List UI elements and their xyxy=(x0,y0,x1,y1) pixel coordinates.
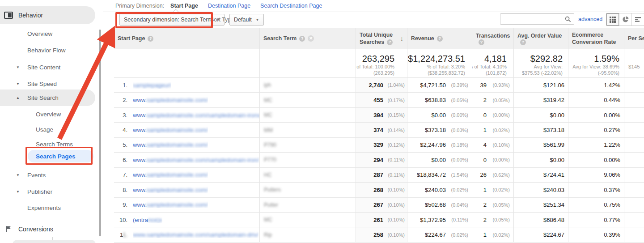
sidebar-item-search-terms[interactable]: Search Terms xyxy=(0,138,73,150)
remove-secondary-dimension-icon[interactable]: ✕ xyxy=(308,35,314,42)
ecommerce-conversion-rate-cell: 0.27% xyxy=(568,123,624,137)
ecommerce-conversion-rate-cell: 0.37% xyxy=(568,183,624,197)
column-header-search-term[interactable]: Search Term?✕ xyxy=(259,28,356,49)
revenue-cell: $18,834.72(1.54%) xyxy=(407,168,472,182)
total-unique-searches-cell: 267(0.10%) xyxy=(356,198,407,212)
search-term-cell: Rip xyxy=(259,227,356,242)
sidebar-item-events[interactable]: ▼Events xyxy=(0,169,46,181)
row-number: 2. xyxy=(114,97,127,103)
column-header-ecommerce-conversion-rate[interactable]: Ecommerce Conversion Rate xyxy=(568,28,624,49)
ecommerce-conversion-rate-cell: 0.00% xyxy=(568,153,624,167)
table-view-button[interactable] xyxy=(606,13,619,26)
per-search-value-cell xyxy=(624,227,644,242)
revenue-cell: $638.83(0.05%) xyxy=(407,93,472,107)
sidebar-item-site-content[interactable]: ▼Site Content xyxy=(0,61,60,73)
start-page-link[interactable]: www.sampledomainsite.com/sampledomain-ir… xyxy=(133,157,259,163)
transactions-cell: 0(0.00%) xyxy=(472,108,513,122)
tab-start-page[interactable]: Start Page xyxy=(170,3,198,9)
revenue-cell: $224.67(0.02%) xyxy=(407,227,472,242)
blurred-url: sampledomainsite.com/ xyxy=(147,171,208,178)
column-header-per-search-value[interactable]: Per Sea xyxy=(624,28,644,49)
start-page-link[interactable]: www.sampledomainsite.com/sampledomain-dr… xyxy=(133,231,258,238)
blurred-url: www.sampledomainsite.com/sampledomain-dr… xyxy=(133,231,258,238)
chevron-down-icon: ▼ xyxy=(16,190,20,194)
start-page-link[interactable]: www.sampledomainsite.com/ xyxy=(133,187,208,193)
avg-order-value-cell: $724.41 xyxy=(513,168,568,182)
blurred-url: sampledomainsite.com/ xyxy=(147,127,208,133)
help-icon[interactable]: ? xyxy=(387,39,393,45)
row-number: 11. xyxy=(114,231,127,238)
help-icon[interactable]: ? xyxy=(437,36,443,42)
start-page-link[interactable]: www.sampledomainsite.com/ xyxy=(133,201,208,208)
avg-order-value-cell: $251.34 xyxy=(513,198,568,212)
search-term-cell: P790 xyxy=(259,138,356,152)
help-icon[interactable]: ? xyxy=(520,39,526,45)
sidebar-item-site-search[interactable]: ▲Site Search xyxy=(0,92,59,103)
column-header-avg-order-value[interactable]: Avg. Order Value ? xyxy=(513,28,568,49)
sidebar-item-experiments[interactable]: Experiments xyxy=(0,202,61,213)
per-search-value-cell xyxy=(624,198,644,212)
column-header-transactions[interactable]: Transactions ? xyxy=(472,28,513,49)
sort-type-value: Default xyxy=(234,17,252,23)
column-header-total-unique-searches[interactable]: Total Unique Searches? ↓ xyxy=(356,28,407,49)
start-page-cell: 6. www.sampledomainsite.com/sampledomain… xyxy=(114,153,259,167)
help-icon[interactable]: ? xyxy=(299,36,305,42)
search-icon[interactable] xyxy=(562,14,574,24)
sidebar-item-overview[interactable]: Overview xyxy=(0,28,52,39)
sidebar-scrollbar[interactable] xyxy=(99,30,101,236)
start-page-link[interactable]: www.sampledomainsite.com/ xyxy=(133,97,208,103)
start-page-link[interactable]: www.sampledomainsite.com/ xyxy=(133,141,208,148)
table-row: 4. www.sampledomainsite.com/ MM 374(0.14… xyxy=(114,123,644,137)
table-row: 6. www.sampledomainsite.com/sampledomain… xyxy=(114,153,644,167)
sidebar-section-conversions[interactable]: Conversions xyxy=(0,223,53,235)
sidebar-item-site-search-overview[interactable]: Overview xyxy=(0,108,61,120)
start-page-link[interactable]: www.sampledomainsite.com/ xyxy=(133,127,208,133)
per-search-value-cell xyxy=(624,153,644,167)
blurred-url: nce)x xyxy=(148,217,162,223)
avg-order-value-cell: $240.03 xyxy=(513,183,568,197)
sidebar-item-usage[interactable]: Usage xyxy=(0,124,53,135)
per-search-value-cell xyxy=(624,183,644,197)
start-page-link[interactable]: samplepageurl xyxy=(133,82,171,89)
advanced-search-link[interactable]: advanced xyxy=(578,16,602,22)
start-page-cell: 5. www.sampledomainsite.com/ xyxy=(114,138,259,152)
revenue-cell: $373.18(0.03%) xyxy=(407,123,472,137)
sort-type-dropdown[interactable]: Default ▼ xyxy=(229,14,264,26)
row-number: 6. xyxy=(114,157,127,163)
revenue-cell: $502.68(0.04%) xyxy=(407,198,472,212)
row-number: 3. xyxy=(114,112,127,119)
start-page-link[interactable]: www.sampledomainsite.com/sampledomain-ir… xyxy=(133,112,259,119)
start-page-link[interactable]: www.sampledomainsite.com/ xyxy=(133,171,208,178)
sidebar-item-behavior-flow[interactable]: Behavior Flow xyxy=(0,44,66,56)
total-unique-searches-cell: 374(0.14%) xyxy=(356,123,407,137)
help-icon[interactable]: ? xyxy=(148,36,153,42)
tab-search-destination-page[interactable]: Search Destination Page xyxy=(260,3,322,9)
percentage-view-button[interactable] xyxy=(619,13,631,26)
revenue-cell: $240.03(0.02%) xyxy=(407,183,472,197)
help-icon[interactable]: ? xyxy=(479,39,484,45)
avg-order-value-cell: $0.00 xyxy=(513,153,568,167)
secondary-dimension-dropdown[interactable]: Secondary dimension: Search Term ▼ xyxy=(119,14,225,26)
blurred-search-term: MC xyxy=(264,112,272,118)
sidebar-section-label: Conversions xyxy=(18,226,53,233)
table-summary-row: 263,295 % of Total: 100.00% (263,295) $1… xyxy=(114,49,644,78)
sidebar-item-site-speed[interactable]: ▼Site Speed xyxy=(0,78,57,90)
start-page-cell: 1. samplepageurl xyxy=(114,78,259,92)
search-input[interactable] xyxy=(503,14,562,24)
column-header-start-page[interactable]: Start Page? xyxy=(114,28,259,49)
tab-destination-page[interactable]: Destination Page xyxy=(208,3,250,9)
search-term-cell: Putter xyxy=(259,198,356,212)
table-row: 5. www.sampledomainsite.com/ P790 329(0.… xyxy=(114,138,644,153)
report-area: Primary Dimension: Start Page Destinatio… xyxy=(103,0,644,243)
total-unique-searches-cell: 261(0.10%) xyxy=(356,213,407,227)
sidebar-partial-item xyxy=(13,240,96,243)
start-page-link[interactable]: (entrance)x xyxy=(133,217,162,223)
sidebar-item-publisher[interactable]: ▼Publisher xyxy=(0,186,52,197)
search-term-cell: MC xyxy=(259,108,356,122)
sidebar-section-behavior[interactable]: Behavior xyxy=(0,9,43,21)
performance-view-button[interactable] xyxy=(631,13,644,26)
sidebar-item-search-pages[interactable]: Search Pages xyxy=(0,150,76,162)
ecommerce-conversion-rate-cell: 0.44% xyxy=(568,93,624,107)
table-row: 10. (entrance)x MC 261(0.10%) $1,372.95(… xyxy=(114,213,644,227)
column-header-revenue[interactable]: Revenue? xyxy=(407,28,472,49)
